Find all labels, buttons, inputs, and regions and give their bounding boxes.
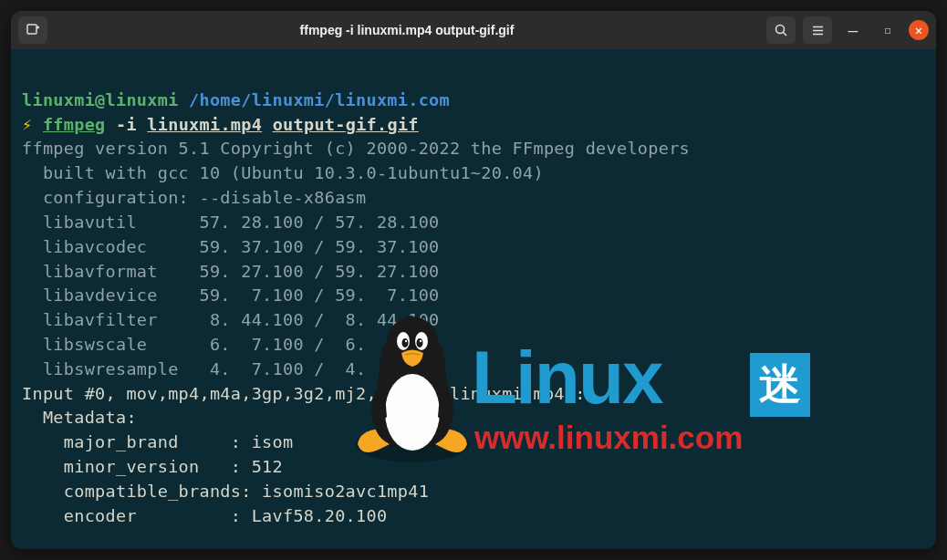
menu-button[interactable] (803, 16, 832, 44)
command-input-file: linuxmi.mp4 (147, 115, 262, 134)
terminal-body[interactable]: linuxmi@linuxmi /home/linuxmi/linuxmi.co… (11, 49, 936, 549)
minimize-button[interactable]: — (839, 16, 867, 44)
new-tab-button[interactable] (18, 16, 47, 44)
command-output-file: output-gif.gif (273, 115, 419, 134)
svg-rect-0 (27, 25, 36, 34)
output-line: encoder : Lavf58.20.100 (22, 506, 387, 525)
output-line: ffmpeg version 5.1 Copyright (c) 2000-20… (22, 139, 690, 158)
search-button[interactable] (766, 16, 796, 44)
command-name: ffmpeg (43, 115, 106, 134)
terminal-window: ffmpeg -i linuxmi.mp4 output-gif.gif — ☐… (11, 11, 936, 549)
output-line: libavdevice 59. 7.100 / 59. 7.100 (22, 285, 440, 305)
output-line: configuration: --disable-x86asm (22, 188, 366, 207)
output-line: libavfilter 8. 44.100 / 8. 44.100 (22, 310, 440, 329)
search-icon (775, 24, 788, 37)
titlebar: ffmpeg -i linuxmi.mp4 output-gif.gif — ☐… (11, 11, 936, 49)
svg-line-4 (783, 32, 786, 36)
close-button[interactable]: ✕ (909, 20, 929, 40)
window-title: ffmpeg -i linuxmi.mp4 output-gif.gif (55, 23, 759, 37)
output-line: Input #0, mov,mp4,m4a,3gp,3g2,mj2, from … (22, 384, 586, 403)
output-line: built with gcc 10 (Ubuntu 10.3.0-1ubuntu… (22, 163, 544, 182)
output-line: libavutil 57. 28.100 / 57. 28.100 (22, 213, 440, 232)
output-line: minor_version : 512 (22, 457, 283, 476)
prompt-user-host: linuxmi@linuxmi (22, 90, 179, 109)
output-line: compatible_brands: isomiso2avc1mp41 (22, 482, 429, 501)
maximize-icon: ☐ (884, 24, 890, 36)
maximize-button[interactable]: ☐ (874, 16, 901, 44)
output-line: Metadata: (22, 408, 137, 427)
output-line: libavcodec 59. 37.100 / 59. 37.100 (22, 237, 440, 256)
output-line: libswscale 6. 7.100 / 6. 7.100 (22, 335, 440, 354)
hamburger-icon (811, 24, 825, 37)
command-flag: -i (116, 115, 137, 134)
minimize-icon: — (848, 21, 859, 40)
output-line: major_brand : isom (22, 432, 293, 451)
new-tab-icon (26, 23, 40, 37)
output-line: libswresample 4. 7.100 / 4. 7.100 (22, 359, 440, 379)
svg-point-3 (775, 25, 784, 33)
prompt-symbol: ⚡ (22, 115, 32, 134)
output-line: libavformat 59. 27.100 / 59. 27.100 (22, 262, 440, 281)
close-icon: ✕ (915, 23, 922, 37)
prompt-cwd: /home/linuxmi/linuxmi.com (189, 90, 450, 109)
